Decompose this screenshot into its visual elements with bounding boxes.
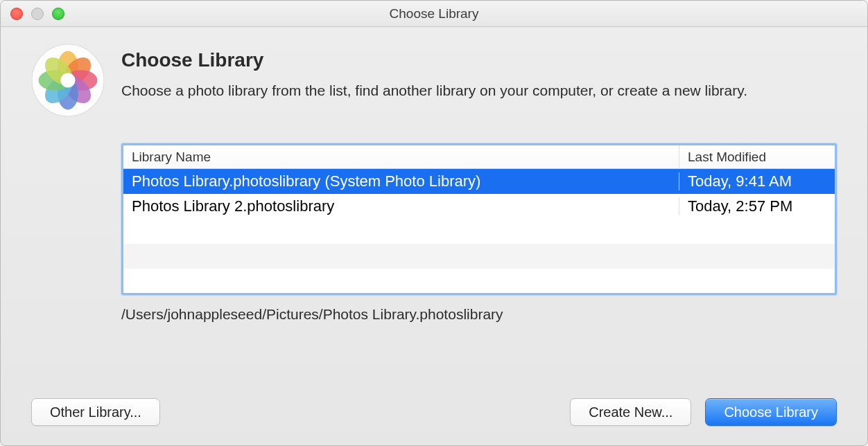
header-row: Choose Library Choose a photo library fr… bbox=[31, 44, 837, 117]
dialog-heading: Choose Library bbox=[121, 49, 747, 71]
svg-point-9 bbox=[60, 73, 75, 87]
column-header-modified[interactable]: Last Modified bbox=[679, 145, 835, 168]
table-row[interactable]: Photos Library 2.photoslibrary Today, 2:… bbox=[123, 194, 835, 219]
column-header-name[interactable]: Library Name bbox=[123, 145, 679, 168]
other-library-button[interactable]: Other Library... bbox=[31, 398, 160, 426]
library-table-container: Library Name Last Modified Photos Librar… bbox=[121, 143, 837, 323]
close-button[interactable] bbox=[10, 8, 23, 20]
dialog-description: Choose a photo library from the list, fi… bbox=[121, 81, 747, 100]
library-table[interactable]: Library Name Last Modified Photos Librar… bbox=[121, 143, 837, 295]
zoom-button[interactable] bbox=[52, 8, 64, 20]
cell-last-modified: Today, 2:57 PM bbox=[679, 197, 835, 215]
choose-library-window: Choose Library Choose Library bbox=[0, 0, 868, 446]
titlebar: Choose Library bbox=[1, 1, 867, 27]
photos-app-icon bbox=[31, 44, 105, 117]
minimize-button[interactable] bbox=[31, 8, 44, 20]
cell-library-name: Photos Library 2.photoslibrary bbox=[123, 197, 679, 215]
table-empty-area bbox=[123, 219, 835, 294]
cell-library-name: Photos Library.photoslibrary (System Pho… bbox=[123, 172, 679, 190]
header-text: Choose Library Choose a photo library fr… bbox=[121, 44, 747, 100]
table-header: Library Name Last Modified bbox=[123, 145, 835, 169]
choose-library-button[interactable]: Choose Library bbox=[705, 398, 837, 426]
button-row: Other Library... Create New... Choose Li… bbox=[31, 383, 837, 445]
content-area: Choose Library Choose a photo library fr… bbox=[1, 27, 867, 445]
traffic-lights bbox=[10, 8, 64, 20]
table-row[interactable]: Photos Library.photoslibrary (System Pho… bbox=[123, 169, 835, 194]
create-new-button[interactable]: Create New... bbox=[570, 398, 691, 426]
cell-last-modified: Today, 9:41 AM bbox=[679, 172, 835, 190]
selected-library-path: /Users/johnappleseed/Pictures/Photos Lib… bbox=[121, 306, 837, 323]
window-title: Choose Library bbox=[1, 6, 867, 21]
